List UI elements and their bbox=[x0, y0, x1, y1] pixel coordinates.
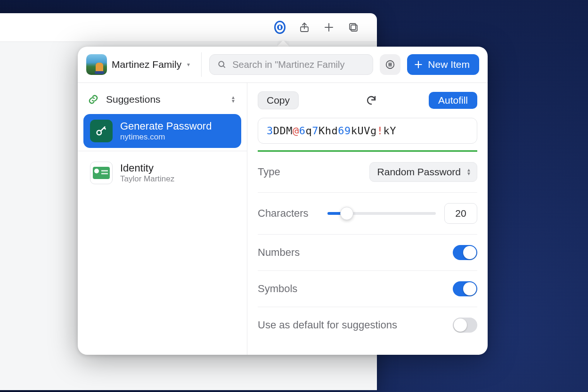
symbols-label: Symbols bbox=[258, 283, 297, 295]
symbols-toggle[interactable] bbox=[453, 281, 477, 296]
item-subtitle: nytimes.com bbox=[120, 132, 212, 142]
type-value: Random Password bbox=[377, 166, 461, 177]
generated-password[interactable]: 3DDM@6q7Khd69kUVg!kY bbox=[258, 118, 477, 144]
tabs-icon[interactable] bbox=[348, 22, 359, 33]
vault-name: Martinez Family bbox=[112, 59, 181, 70]
autofill-button[interactable]: Autofill bbox=[429, 92, 477, 109]
search-icon bbox=[217, 60, 227, 69]
characters-label: Characters bbox=[258, 207, 309, 220]
item-title: Identity bbox=[120, 162, 174, 174]
onepassword-popover: Martinez Family ▾ New Item Suggestions bbox=[78, 47, 488, 355]
search-input[interactable] bbox=[232, 59, 365, 70]
regenerate-button[interactable] bbox=[364, 93, 379, 108]
numbers-label: Numbers bbox=[258, 246, 300, 259]
vault-avatar bbox=[86, 54, 107, 75]
autofill-label: Autofill bbox=[438, 95, 468, 106]
default-toggle[interactable] bbox=[453, 318, 477, 333]
plus-icon bbox=[414, 60, 423, 69]
chevron-updown-icon: ▲▼ bbox=[466, 168, 471, 176]
refresh-icon bbox=[366, 95, 377, 106]
item-subtitle: Taylor Martinez bbox=[120, 174, 174, 184]
id-card-icon bbox=[90, 162, 113, 184]
key-icon bbox=[90, 120, 113, 142]
divider bbox=[78, 151, 247, 151]
sidebar-item-identity[interactable]: Identity Taylor Martinez bbox=[83, 156, 241, 190]
popover-header: Martinez Family ▾ New Item bbox=[78, 47, 488, 82]
share-icon[interactable] bbox=[299, 22, 310, 33]
svg-point-5 bbox=[97, 131, 101, 135]
link-icon bbox=[87, 93, 99, 106]
characters-value[interactable]: 20 bbox=[444, 203, 477, 224]
default-row: Use as default for suggestions bbox=[258, 307, 477, 343]
plus-icon[interactable] bbox=[323, 22, 335, 33]
sidebar-item-generate-password[interactable]: Generate Password nytimes.com bbox=[83, 114, 241, 148]
new-item-button[interactable]: New Item bbox=[407, 54, 479, 75]
numbers-row: Numbers bbox=[258, 235, 477, 271]
quick-access-button[interactable] bbox=[380, 54, 400, 75]
copy-button[interactable]: Copy bbox=[258, 91, 299, 109]
symbols-row: Symbols bbox=[258, 271, 477, 307]
vault-selector[interactable]: Martinez Family ▾ bbox=[84, 52, 194, 77]
new-item-label: New Item bbox=[428, 59, 470, 70]
item-title: Generate Password bbox=[120, 120, 212, 132]
type-select[interactable]: Random Password ▲▼ bbox=[369, 162, 477, 182]
section-selector[interactable]: Suggestions ▲▼ bbox=[83, 87, 241, 114]
popover-arrow bbox=[277, 40, 289, 47]
sort-chevron-icon: ▲▼ bbox=[231, 96, 236, 103]
browser-toolbar bbox=[0, 13, 377, 41]
type-row: Type Random Password ▲▼ bbox=[258, 152, 477, 193]
svg-rect-1 bbox=[351, 25, 357, 31]
password-generator-panel: Copy Autofill 3DDM@6q7Khd69kUVg!kY Type … bbox=[247, 83, 488, 355]
numbers-toggle[interactable] bbox=[453, 245, 477, 260]
svg-rect-2 bbox=[350, 24, 356, 30]
type-label: Type bbox=[258, 166, 280, 178]
chevron-down-icon: ▾ bbox=[187, 61, 190, 68]
characters-slider[interactable] bbox=[327, 212, 436, 215]
copy-label: Copy bbox=[267, 95, 290, 106]
section-title: Suggestions bbox=[106, 94, 161, 105]
search-field[interactable] bbox=[209, 54, 373, 75]
characters-row: Characters 20 bbox=[258, 193, 477, 235]
default-label: Use as default for suggestions bbox=[258, 319, 397, 331]
onepassword-extension-icon[interactable] bbox=[274, 22, 286, 33]
svg-point-3 bbox=[219, 61, 224, 66]
slider-thumb[interactable] bbox=[340, 207, 353, 220]
divider bbox=[201, 52, 202, 77]
suggestions-sidebar: Suggestions ▲▼ Generate Password nytimes… bbox=[78, 83, 247, 355]
